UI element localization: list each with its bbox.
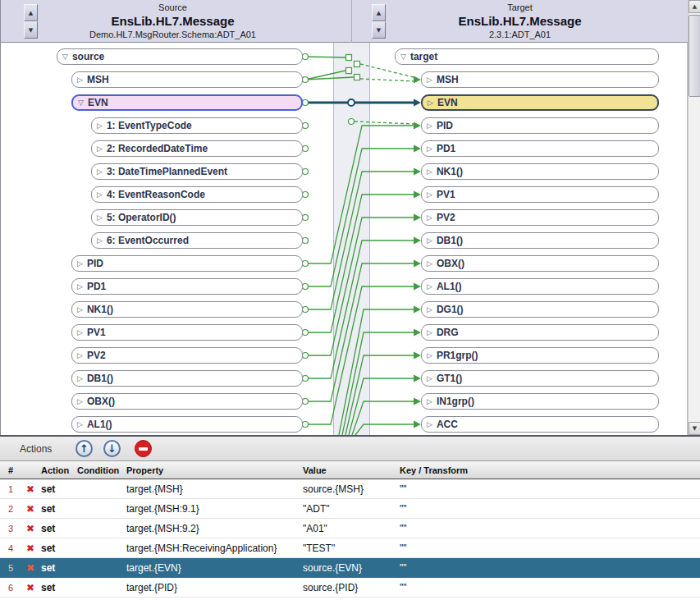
source-node-pid[interactable]: ▷PID [71,255,303,272]
expand-icon[interactable]: ▷ [427,420,432,428]
source-node-pv1[interactable]: ▷PV1 [71,324,303,341]
delete-row-icon[interactable]: ✖ [21,523,39,534]
action-row[interactable]: 5✖settarget.{EVN}source.{EVN}"" [0,558,700,578]
expand-icon[interactable]: ▷ [427,397,432,405]
expand-icon[interactable]: ▷ [97,121,103,130]
collapse-icon[interactable]: ▽ [78,98,84,107]
action-row[interactable]: 3✖settarget.{MSH:9.2}"A01""" [0,519,700,538]
source-node-2recordeddatetime[interactable]: ▷2: RecordedDateTime [91,140,303,157]
source-node-evn[interactable]: ▽EVN [71,94,303,111]
remove-action-button[interactable] [135,440,152,457]
target-node-pv1[interactable]: ▷PV1 [421,186,659,203]
target-node-al1[interactable]: ▷AL1() [421,278,659,295]
expand-icon[interactable]: ▷ [77,259,83,268]
source-node-al1[interactable]: ▷AL1() [71,416,303,433]
move-down-button[interactable]: ↓ [103,440,121,457]
expand-icon[interactable]: ▷ [427,190,432,199]
delete-row-icon[interactable]: ✖ [21,543,39,554]
action-row[interactable]: 4✖settarget.{MSH:ReceivingApplication}"T… [0,538,700,558]
column-header-condition: Condition [75,465,125,475]
collapse-icon[interactable]: ▽ [62,53,68,61]
target-node-pv2[interactable]: ▷PV2 [421,209,659,226]
scroll-down-icon[interactable]: ▼ [689,422,700,435]
expand-icon[interactable]: ▷ [427,305,432,314]
target-node-acc[interactable]: ▷ACC [421,416,659,433]
target-node-pd1[interactable]: ▷PD1 [421,140,659,157]
target-node-obx[interactable]: ▷OBX() [421,255,659,272]
expand-icon[interactable]: ▷ [427,374,432,382]
source-spin-up-icon[interactable]: ▲ [24,4,38,21]
collapse-icon[interactable]: ▽ [400,53,406,61]
delete-row-icon[interactable]: ✖ [21,562,39,574]
source-node-msh[interactable]: ▷MSH [71,71,303,88]
source-node-pd1[interactable]: ▷PD1 [71,278,303,295]
source-node-4eventreasoncode[interactable]: ▷4: EventReasonCode [91,186,303,203]
target-node-in1grp[interactable]: ▷IN1grp() [421,393,659,410]
target-node-gt1[interactable]: ▷GT1() [421,370,659,387]
target-node-pr1grp[interactable]: ▷PR1grp() [421,347,659,364]
expand-icon[interactable]: ▷ [427,351,432,360]
value-cell: source.{MSH} [301,483,398,495]
target-spin-down-icon[interactable]: ▼ [372,21,386,39]
expand-icon[interactable]: ▷ [427,121,432,130]
target-node-drg[interactable]: ▷DRG [421,324,659,341]
source-spin-down-icon[interactable]: ▼ [24,21,38,39]
delete-row-icon[interactable]: ✖ [21,582,39,593]
expand-icon[interactable]: ▷ [427,76,432,84]
expand-icon[interactable]: ▷ [427,236,432,245]
action-row[interactable]: 6✖settarget.{PID}source.{PID}"" [0,578,700,598]
expand-icon[interactable]: ▷ [97,213,103,222]
expand-icon[interactable]: ▷ [77,420,83,428]
source-node-obx[interactable]: ▷OBX() [71,393,303,410]
target-spin-up-icon[interactable]: ▲ [372,4,386,21]
node-label: DB1() [437,235,463,246]
target-node-evn[interactable]: ▷EVN [421,94,659,111]
node-label: MSH [437,74,459,85]
expand-icon[interactable]: ▷ [77,397,83,405]
node-label: DG1() [437,304,464,315]
scrollbar-thumb[interactable] [689,15,700,97]
target-node-db1[interactable]: ▷DB1() [421,232,659,249]
source-node-db1[interactable]: ▷DB1() [71,370,303,387]
expand-icon[interactable]: ▷ [427,259,432,268]
expand-icon[interactable]: ▷ [427,213,432,222]
source-node-5operatorid[interactable]: ▷5: OperatorID() [91,209,303,226]
source-node-3datetimeplannedevent[interactable]: ▷3: DateTimePlannedEvent [91,163,303,180]
expand-icon[interactable]: ▷ [77,282,83,291]
expand-icon[interactable]: ▷ [77,351,83,360]
delete-row-icon[interactable]: ✖ [21,503,39,515]
source-node-6eventoccurred[interactable]: ▷6: EventOccurred [91,232,303,249]
expand-icon[interactable]: ▷ [97,190,103,199]
action-row[interactable]: 2✖settarget.{MSH:9.1}"ADT""" [0,499,700,519]
source-node-source[interactable]: ▽source [57,48,303,65]
action-row[interactable]: 1✖settarget.{MSH}source.{MSH}"" [0,479,700,499]
target-node-nk1[interactable]: ▷NK1() [421,163,659,180]
delete-row-icon[interactable]: ✖ [21,483,39,495]
vertical-scrollbar[interactable]: ▲ ▼ [688,0,700,435]
target-schema: 2.3.1:ADT_A01 [351,29,689,40]
source-node-1eventtypecode[interactable]: ▷1: EventTypeCode [91,117,303,134]
scroll-up-icon[interactable]: ▲ [689,0,700,13]
target-node-pid[interactable]: ▷PID [421,117,659,134]
expand-icon[interactable]: ▷ [77,76,83,84]
expand-icon[interactable]: ▷ [428,98,433,107]
expand-icon[interactable]: ▷ [427,144,432,153]
expand-icon[interactable]: ▷ [77,328,83,337]
source-node-nk1[interactable]: ▷NK1() [71,301,303,318]
expand-icon[interactable]: ▷ [97,236,103,245]
target-node-msh[interactable]: ▷MSH [421,71,659,88]
target-node-target[interactable]: ▽target [395,48,659,65]
source-node-pv2[interactable]: ▷PV2 [71,347,303,364]
target-node-dg1[interactable]: ▷DG1() [421,301,659,318]
key-cell: "" [398,582,700,593]
expand-icon[interactable]: ▷ [97,167,103,176]
expand-icon[interactable]: ▷ [97,144,103,153]
node-label: MSH [87,74,109,85]
expand-icon[interactable]: ▷ [427,167,432,176]
expand-icon[interactable]: ▷ [77,305,83,314]
expand-icon[interactable]: ▷ [77,374,83,382]
expand-icon[interactable]: ▷ [427,282,432,291]
action-cell: set [39,523,75,534]
expand-icon[interactable]: ▷ [427,328,432,337]
move-up-button[interactable]: ↑ [75,440,93,457]
